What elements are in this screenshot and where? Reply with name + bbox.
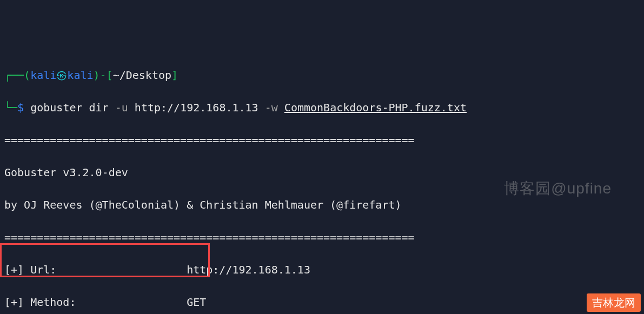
prompt-line2[interactable]: └─$ gobuster dir -u http://192.168.1.13 … xyxy=(4,99,640,116)
watermark-blog: 博客园@upfine xyxy=(504,177,612,200)
prompt-line1: ┌──(kali㉿kali)-[~/Desktop] xyxy=(4,67,640,83)
divider: ========================================… xyxy=(4,229,640,245)
setting-url: [+] Url: http://192.168.1.13 xyxy=(4,262,640,278)
setting-method: [+] Method: GET xyxy=(4,294,640,310)
divider: ========================================… xyxy=(4,132,640,148)
watermark-site: 吉林龙网 xyxy=(587,293,641,312)
